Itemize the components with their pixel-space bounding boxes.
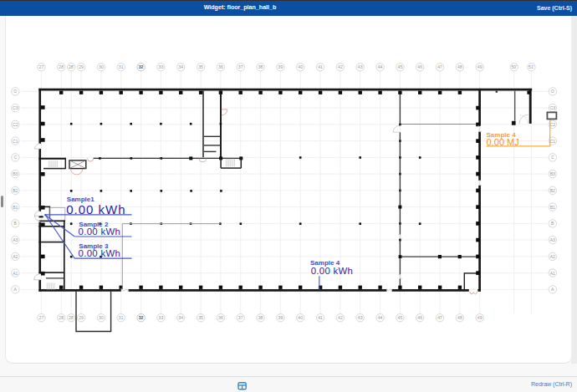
svg-text:35: 35 (198, 64, 203, 69)
svg-text:B1: B1 (13, 205, 18, 210)
svg-text:C2: C2 (13, 122, 18, 127)
svg-text:C2: C2 (550, 122, 556, 127)
svg-text:B2: B2 (13, 188, 18, 193)
svg-text:B2: B2 (550, 188, 555, 193)
svg-text:39: 39 (278, 315, 283, 320)
svg-text:32: 32 (139, 64, 144, 69)
svg-text:C3: C3 (13, 105, 18, 110)
svg-text:31: 31 (119, 315, 124, 320)
svg-text:A: A (14, 287, 18, 292)
svg-text:38: 38 (258, 315, 263, 320)
svg-text:36: 36 (218, 64, 223, 69)
svg-text:27: 27 (39, 315, 44, 320)
svg-text:A2: A2 (550, 254, 555, 259)
svg-text:40: 40 (298, 64, 303, 69)
svg-text:40: 40 (298, 315, 303, 320)
svg-text:C: C (551, 155, 554, 160)
svg-text:49: 49 (477, 315, 483, 320)
svg-text:34: 34 (178, 64, 183, 69)
svg-text:50': 50' (511, 64, 517, 69)
svg-text:C: C (13, 155, 17, 160)
svg-text:47: 47 (437, 64, 442, 69)
svg-text:B3: B3 (550, 171, 555, 176)
svg-text:37: 37 (238, 315, 243, 320)
svg-text:46: 46 (417, 64, 422, 69)
svg-text:O: O (13, 89, 17, 94)
svg-text:33: 33 (159, 315, 164, 320)
svg-text:28: 28 (59, 315, 64, 320)
svg-text:34: 34 (178, 315, 183, 320)
svg-text:C1: C1 (13, 139, 18, 144)
svg-text:49: 49 (477, 64, 483, 69)
svg-text:B: B (14, 221, 18, 226)
svg-text:C3: C3 (550, 105, 556, 110)
svg-text:28': 28' (69, 64, 74, 69)
svg-text:46: 46 (417, 315, 422, 320)
svg-text:0.00 kWh: 0.00 kWh (79, 227, 121, 237)
svg-text:42: 42 (338, 315, 343, 320)
svg-text:A3: A3 (13, 237, 18, 242)
svg-text:B1: B1 (550, 205, 555, 210)
svg-text:47: 47 (437, 315, 442, 320)
svg-text:51': 51' (528, 64, 534, 69)
svg-text:30: 30 (99, 64, 104, 69)
svg-text:43: 43 (358, 315, 363, 320)
svg-text:A: A (551, 287, 554, 292)
svg-text:32: 32 (139, 315, 144, 320)
svg-text:43: 43 (358, 64, 363, 69)
svg-text:A1: A1 (550, 271, 555, 276)
svg-text:0.00 kWh: 0.00 kWh (311, 266, 354, 276)
svg-text:29: 29 (79, 315, 84, 320)
svg-text:36: 36 (218, 315, 223, 320)
svg-text:37: 37 (238, 64, 243, 69)
svg-text:41: 41 (318, 64, 323, 69)
svg-text:O: O (551, 89, 554, 94)
svg-text:45: 45 (398, 64, 403, 69)
svg-text:39: 39 (278, 64, 283, 69)
svg-text:48: 48 (457, 64, 462, 69)
svg-text:44: 44 (378, 315, 383, 320)
svg-text:28': 28' (69, 315, 74, 320)
svg-text:0.00 kWh: 0.00 kWh (79, 248, 121, 258)
svg-text:0.00 kWh: 0.00 kWh (66, 202, 125, 216)
svg-text:38: 38 (258, 64, 263, 69)
svg-text:A3: A3 (550, 237, 555, 242)
svg-text:31: 31 (119, 64, 124, 69)
svg-text:B: B (551, 221, 554, 226)
svg-text:42: 42 (338, 64, 343, 69)
svg-text:29: 29 (79, 64, 84, 69)
svg-text:33: 33 (159, 64, 164, 69)
svg-text:35: 35 (198, 315, 203, 320)
svg-text:41: 41 (318, 315, 323, 320)
svg-text:27: 27 (39, 64, 44, 69)
svg-text:A1: A1 (13, 271, 18, 276)
svg-text:48: 48 (457, 315, 462, 320)
svg-text:30: 30 (99, 315, 104, 320)
svg-text:A2: A2 (13, 254, 18, 259)
svg-text:28: 28 (59, 64, 64, 69)
svg-text:C1: C1 (550, 139, 556, 144)
svg-text:B3: B3 (13, 171, 18, 176)
svg-text:45: 45 (398, 315, 403, 320)
svg-text:44: 44 (378, 64, 383, 69)
